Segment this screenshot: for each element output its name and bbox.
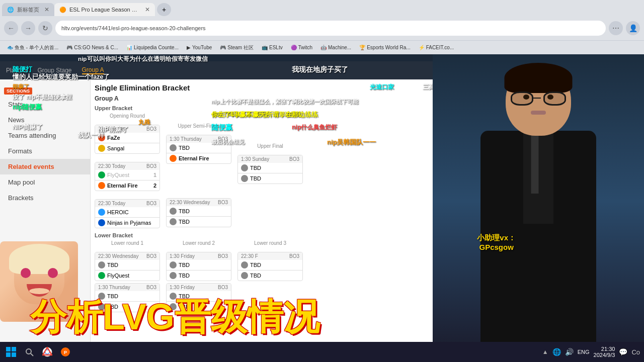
lower-col-2: Lower round 2 1:30 Friday BO3 TBD bbox=[166, 240, 231, 281]
team-flyquest: FlyQuest 1 bbox=[95, 170, 159, 180]
svg-rect-2 bbox=[6, 352, 11, 357]
svg-rect-1 bbox=[12, 347, 16, 351]
bookmark-8[interactable]: 🤖 Machine... bbox=[317, 44, 354, 51]
subnav-group[interactable]: Group Stage bbox=[37, 67, 71, 74]
team-sangal: Sangal bbox=[95, 143, 159, 153]
profile-button[interactable]: 👤 bbox=[626, 21, 640, 35]
eternalfire-score: 2 bbox=[153, 183, 156, 189]
match-flyquest-eternalfire: 22:30 Today BO3 FlyQuest 1 Eternal Fire bbox=[95, 162, 160, 191]
sidebar-item-brackets[interactable]: Brackets bbox=[0, 190, 90, 206]
match-header-1: 22:30 Today BO3 bbox=[95, 125, 159, 133]
sidebar-item-related[interactable]: Related events bbox=[0, 159, 90, 174]
taskbar-date: 2024/9/3 bbox=[594, 352, 615, 358]
url-text: hltv.org/events/7441/esl-pro-league-seas… bbox=[61, 25, 206, 31]
subnav-group-a[interactable]: Group A bbox=[82, 66, 104, 74]
bookmark-10[interactable]: ⚡ FACEIT.co... bbox=[416, 44, 457, 51]
l-tbd-4 bbox=[170, 272, 177, 279]
team-faze: FaZe bbox=[95, 133, 159, 143]
taskbar-tray-speaker[interactable]: 🔊 bbox=[565, 348, 574, 356]
eternalfire-logo bbox=[98, 182, 105, 189]
nip-logo bbox=[98, 219, 105, 226]
tab-2-close[interactable]: ✕ bbox=[145, 6, 150, 13]
co-badge: Co bbox=[631, 348, 640, 356]
ef-logo-s bbox=[170, 155, 177, 162]
bookmark-3[interactable]: 📊 Liquipedia Counte... bbox=[123, 44, 182, 51]
flyquest-score: 1 bbox=[153, 172, 156, 178]
taskbar-tray-network[interactable]: 🌐 bbox=[552, 348, 561, 356]
refresh-button[interactable]: ↻ bbox=[38, 21, 52, 35]
l-tbd-1 bbox=[98, 261, 105, 268]
tab-2-label: ESL Pro League Season 20 c... bbox=[69, 7, 140, 13]
sidebar-item-news[interactable]: News bbox=[0, 112, 90, 128]
taskbar-lang[interactable]: ENG bbox=[578, 349, 590, 355]
bookmark-5[interactable]: 🎮 Steam 社区 bbox=[217, 43, 257, 52]
taskbar-time-display[interactable]: 21:30 2024/9/3 bbox=[594, 346, 615, 358]
taskbar-chrome[interactable] bbox=[40, 345, 54, 359]
bookmark-2[interactable]: 🎮 CS:GO News & C... bbox=[63, 44, 121, 51]
round-label-final: Upper Final bbox=[237, 143, 303, 149]
sidebar-item-stats[interactable]: Stats bbox=[0, 97, 90, 112]
taskbar-tray-arrow[interactable]: ▲ bbox=[542, 348, 548, 355]
l-tbd-3 bbox=[170, 261, 177, 268]
taskbar-notification[interactable]: 💬 bbox=[619, 348, 627, 356]
windows-start-button[interactable] bbox=[4, 345, 18, 359]
sangal-logo bbox=[98, 145, 105, 152]
svg-rect-0 bbox=[6, 347, 11, 351]
match-semi-1: 1:30 Thursday BO3 TBD Eternal Fire bbox=[166, 135, 231, 164]
address-bar-area: ← → ↻ hltv.org/events/7441/esl-pro-leagu… bbox=[0, 16, 644, 40]
svg-rect-3 bbox=[12, 352, 16, 357]
match-upper-final: 1:30 Sunday BO3 TBD TBD bbox=[237, 155, 303, 184]
final-team-1: TBD bbox=[238, 163, 302, 173]
bookmark-7[interactable]: 🟣 Twitch bbox=[288, 44, 315, 51]
subnav-playofs[interactable]: Playoffs bbox=[6, 67, 27, 74]
bookmark-6[interactable]: 📺 ESLtv bbox=[259, 44, 286, 51]
heroic-logo bbox=[98, 209, 105, 216]
sections-header: SECTIONS bbox=[0, 85, 90, 97]
lower-round-label-2: Lower round 2 bbox=[166, 240, 231, 246]
forward-button[interactable]: → bbox=[21, 21, 35, 35]
flyquest-logo bbox=[98, 171, 105, 178]
semi-team-3: TBD bbox=[167, 206, 231, 216]
match-semi-2: 22:30 Wednesday BO3 TBD TBD bbox=[166, 198, 231, 227]
extensions-button[interactable]: ⋯ bbox=[609, 21, 623, 35]
sidebar-item-mappool[interactable]: Map pool bbox=[0, 174, 90, 190]
lower-tbd-5: TBD bbox=[238, 260, 302, 270]
tbd-logo-1 bbox=[170, 144, 177, 151]
sidebar-item-formats[interactable]: Formats bbox=[0, 143, 90, 159]
match-semi-header-2: 22:30 Wednesday BO3 bbox=[167, 199, 231, 206]
taskbar-right: ▲ 🌐 🔊 ENG 21:30 2024/9/3 💬 Co bbox=[538, 346, 644, 358]
tbd-logo-3 bbox=[170, 218, 177, 225]
round-label-opening: Opening Round bbox=[95, 113, 160, 119]
lower-match-1: 22:30 Wednesday BO3 TBD FlyQuest bbox=[95, 252, 160, 281]
svg-text:P: P bbox=[64, 350, 67, 355]
round-label-semi: Upper Semi-Finals bbox=[166, 123, 231, 129]
assistant-text: 小助理vx： GPcsgow bbox=[477, 233, 516, 251]
bookmark-9[interactable]: 🏆 Esports World Ra... bbox=[356, 44, 414, 51]
bookmark-4[interactable]: ▶ YouTube bbox=[184, 44, 215, 51]
match-header-3: 22:30 Today BO3 bbox=[95, 200, 159, 207]
taskbar-other[interactable]: P bbox=[58, 345, 72, 359]
back-button[interactable]: ← bbox=[4, 21, 18, 35]
address-bar[interactable]: hltv.org/events/7441/esl-pro-league-seas… bbox=[55, 21, 606, 36]
new-tab-button[interactable]: + bbox=[157, 3, 171, 16]
match-header-2: 22:30 Today BO3 bbox=[95, 162, 159, 170]
tab-1[interactable]: 🌐 新标签页 ✕ bbox=[2, 3, 54, 16]
lower-match-3: 22:30 F BO3 TBD TBD bbox=[237, 252, 303, 281]
bracket-col-final: Upper Final 1:30 Sunday BO3 TBD bbox=[237, 143, 303, 228]
tab-1-icon: 🌐 bbox=[7, 7, 14, 13]
tab-1-close[interactable]: ✕ bbox=[44, 6, 49, 13]
bookmark-1[interactable]: 🐟 鱼鱼 - 单个人的首... bbox=[4, 43, 61, 52]
sections-badge: SECTIONS bbox=[4, 87, 32, 95]
svg-point-8 bbox=[46, 350, 49, 354]
tab-2[interactable]: 🟠 ESL Pro League Season 20 c... ✕ bbox=[54, 3, 155, 16]
taskbar-start: P bbox=[0, 345, 76, 359]
lower-match-2: 1:30 Friday BO3 TBD TBD bbox=[166, 252, 231, 281]
l-tbd-6 bbox=[241, 272, 248, 279]
bracket-col-semi: Upper Semi-Finals 1:30 Thursday BO3 TBD bbox=[166, 123, 231, 228]
lower-tbd-3: TBD bbox=[167, 260, 231, 270]
lower-col-1: Lower round 1 22:30 Wednesday BO3 TBD bbox=[95, 240, 160, 281]
final-tbd-1 bbox=[241, 164, 248, 171]
taskbar-search[interactable] bbox=[22, 345, 36, 359]
final-tbd-2 bbox=[241, 175, 248, 182]
sidebar-item-teams[interactable]: Teams attending bbox=[0, 128, 90, 143]
